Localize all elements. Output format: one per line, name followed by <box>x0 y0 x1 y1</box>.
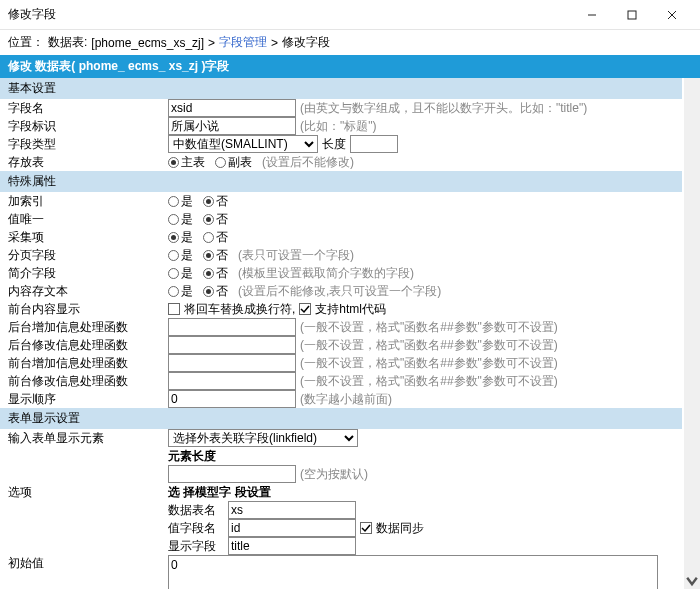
radio-intro-no[interactable]: 否 <box>203 265 228 282</box>
breadcrumb: 位置： 数据表: [phome_ecms_xs_zj] > 字段管理 > 修改字… <box>0 30 700 55</box>
svg-rect-1 <box>628 11 636 19</box>
hint-field-mark: (比如："标题") <box>300 118 377 135</box>
label-front-add-fn: 前台增加信息处理函数 <box>8 355 168 372</box>
label-back-add-fn: 后台增加信息处理函数 <box>8 319 168 336</box>
check-label-sync: 数据同步 <box>376 520 424 537</box>
label-storage: 存放表 <box>8 154 168 171</box>
radio-index-no[interactable]: 否 <box>203 193 228 210</box>
order-input[interactable] <box>168 390 296 408</box>
label-order: 显示顺序 <box>8 391 168 408</box>
label-val-field: 值字段名 <box>168 520 224 537</box>
checkbox-html[interactable] <box>299 303 311 315</box>
label-length: 长度 <box>322 136 346 153</box>
hint-storage: (设置后不能修改) <box>262 154 354 171</box>
val-field-input[interactable] <box>228 519 356 537</box>
breadcrumb-table-name: [phome_ecms_xs_zj] <box>91 36 204 50</box>
radio-main-table[interactable]: 主表 <box>168 154 205 171</box>
radio-page-no[interactable]: 否 <box>203 247 228 264</box>
radio-sub-table[interactable]: 副表 <box>215 154 252 171</box>
section-form: 表单显示设置 <box>0 408 682 429</box>
breadcrumb-sep: > <box>208 36 215 50</box>
radio-collect-yes[interactable]: 是 <box>168 229 193 246</box>
hint-fn: (一般不设置，格式"函数名##参数"参数可不设置) <box>300 337 558 354</box>
label-initial: 初始值 <box>8 555 168 572</box>
scrollbar[interactable] <box>684 78 700 589</box>
radio-intro-yes[interactable]: 是 <box>168 265 193 282</box>
breadcrumb-table-label: 数据表: <box>48 34 87 51</box>
hint-intro: (模板里设置截取简介字数的字段) <box>238 265 414 282</box>
hint-elem-len: (空为按默认) <box>300 466 368 483</box>
window-title: 修改字段 <box>8 6 56 23</box>
breadcrumb-link-manage[interactable]: 字段管理 <box>219 34 267 51</box>
label-content: 内容存文本 <box>8 283 168 300</box>
label-input-elem: 输入表单显示元素 <box>8 430 168 447</box>
input-elem-select[interactable]: 选择外表关联字段(linkfield) <box>168 429 358 447</box>
field-type-select[interactable]: 中数值型(SMALLINT) <box>168 135 318 153</box>
titlebar: 修改字段 <box>0 0 700 30</box>
label-collect: 采集项 <box>8 229 168 246</box>
label-option: 选项 <box>8 484 168 501</box>
minimize-button[interactable] <box>572 0 612 30</box>
label-disp-field: 显示字段 <box>168 538 224 555</box>
label-front-mod-fn: 前台修改信息处理函数 <box>8 373 168 390</box>
label-index: 加索引 <box>8 193 168 210</box>
radio-unique-no[interactable]: 否 <box>203 211 228 228</box>
label-back-mod-fn: 后台修改信息处理函数 <box>8 337 168 354</box>
field-name-input[interactable] <box>168 99 296 117</box>
label-field-type: 字段类型 <box>8 136 168 153</box>
hint-page: (表只可设置一个字段) <box>238 247 354 264</box>
back-mod-fn-input[interactable] <box>168 336 296 354</box>
label-elem-len: 元素长度 <box>168 448 216 465</box>
hint-field-name: (由英文与数字组成，且不能以数字开头。比如："title") <box>300 100 587 117</box>
back-add-fn-input[interactable] <box>168 318 296 336</box>
disp-field-input[interactable] <box>228 537 356 555</box>
breadcrumb-sep: > <box>271 36 278 50</box>
section-basic: 基本设置 <box>0 78 682 99</box>
check-label-html: 支持html代码 <box>315 301 386 318</box>
radio-unique-yes[interactable]: 是 <box>168 211 193 228</box>
label-field-name: 字段名 <box>8 100 168 117</box>
front-mod-fn-input[interactable] <box>168 372 296 390</box>
label-front-show: 前台内容显示 <box>8 301 168 318</box>
hint-order: (数字越小越前面) <box>300 391 392 408</box>
front-add-fn-input[interactable] <box>168 354 296 372</box>
section-special: 特殊属性 <box>0 171 682 192</box>
breadcrumb-pos: 位置： <box>8 34 44 51</box>
hint-fn: (一般不设置，格式"函数名##参数"参数可不设置) <box>300 373 558 390</box>
radio-index-yes[interactable]: 是 <box>168 193 193 210</box>
data-table-input[interactable] <box>228 501 356 519</box>
radio-content-no[interactable]: 否 <box>203 283 228 300</box>
page-banner: 修改 数据表( phome_ ecms_ xs_zj )字段 <box>0 55 700 78</box>
elem-len-input[interactable] <box>168 465 296 483</box>
checkbox-sync[interactable] <box>360 522 372 534</box>
checkbox-nl2br[interactable] <box>168 303 180 315</box>
label-intro: 简介字段 <box>8 265 168 282</box>
hint-content: (设置后不能修改,表只可设置一个字段) <box>238 283 441 300</box>
label-unique: 值唯一 <box>8 211 168 228</box>
radio-content-yes[interactable]: 是 <box>168 283 193 300</box>
length-input[interactable] <box>350 135 398 153</box>
content-area: 基本设置 字段名 (由英文与数字组成，且不能以数字开头。比如："title") … <box>0 78 700 589</box>
maximize-button[interactable] <box>612 0 652 30</box>
scroll-down-icon[interactable] <box>684 573 700 589</box>
label-page: 分页字段 <box>8 247 168 264</box>
hint-fn: (一般不设置，格式"函数名##参数"参数可不设置) <box>300 355 558 372</box>
check-label-nl2br: 将回车替换成换行符, <box>184 301 295 318</box>
breadcrumb-current: 修改字段 <box>282 34 330 51</box>
radio-page-yes[interactable]: 是 <box>168 247 193 264</box>
label-data-table: 数据表名 <box>168 502 224 519</box>
close-button[interactable] <box>652 0 692 30</box>
initial-textarea[interactable]: 0 <box>168 555 658 589</box>
label-field-mark: 字段标识 <box>8 118 168 135</box>
hint-fn: (一般不设置，格式"函数名##参数"参数可不设置) <box>300 319 558 336</box>
label-sel-model: 选 择模型字 段设置 <box>168 484 271 501</box>
radio-collect-no[interactable]: 否 <box>203 229 228 246</box>
field-mark-input[interactable] <box>168 117 296 135</box>
